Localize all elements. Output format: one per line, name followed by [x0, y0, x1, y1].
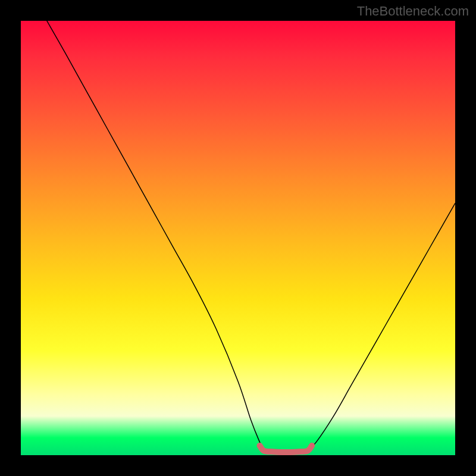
plot-area	[21, 21, 455, 455]
curves-svg	[21, 21, 455, 455]
bottom-thick	[260, 446, 312, 452]
right-curve	[308, 203, 455, 451]
watermark-text: TheBottleneck.com	[357, 4, 469, 19]
left-curve	[47, 21, 264, 451]
